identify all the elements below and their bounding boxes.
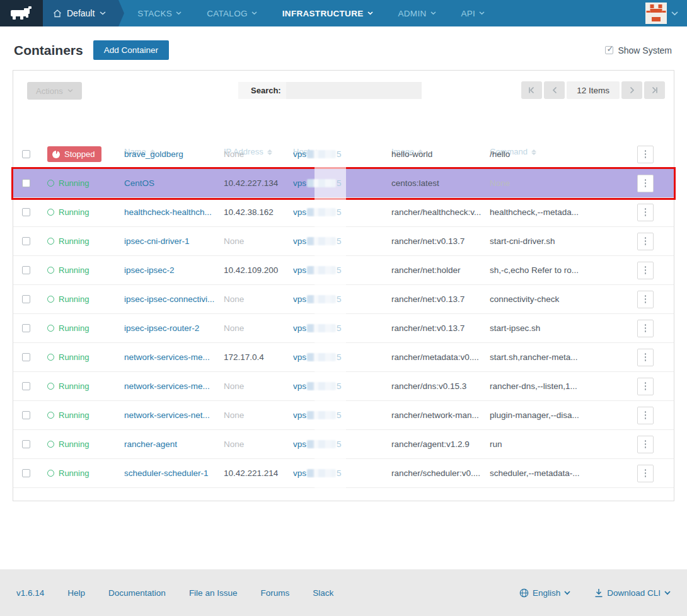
row-actions-kebab-menu[interactable]: [637, 349, 654, 366]
row-actions-kebab-menu[interactable]: [637, 436, 654, 453]
row-actions-kebab-menu[interactable]: [637, 204, 654, 221]
redacted-hostname-blur: [307, 382, 336, 390]
table-row[interactable]: Running network-services-me... None vps5…: [13, 372, 674, 401]
row-checkbox[interactable]: [22, 150, 30, 158]
container-name-link[interactable]: ipsec-ipsec-router-2: [124, 323, 199, 333]
show-system-checkbox[interactable]: [605, 46, 613, 54]
host-link[interactable]: vps5: [293, 410, 342, 420]
nav-item-admin[interactable]: ADMIN: [398, 9, 436, 18]
language-selector[interactable]: English: [519, 588, 570, 598]
container-name-link[interactable]: ipsec-ipsec-2: [124, 265, 175, 275]
row-checkbox[interactable]: [22, 411, 30, 419]
footer-link-forums[interactable]: Forums: [260, 588, 289, 598]
host-link[interactable]: vps5: [293, 294, 342, 304]
container-name-link[interactable]: network-services-me...: [124, 352, 210, 362]
redacted-hostname-blur: [307, 411, 336, 419]
nav-item-stacks[interactable]: STACKS: [137, 9, 182, 18]
image-name: rancher/healthcheck:v...: [391, 207, 481, 217]
user-menu[interactable]: [645, 0, 687, 26]
row-actions-kebab-menu[interactable]: [637, 262, 654, 279]
rancher-logo[interactable]: [0, 0, 43, 26]
host-name-prefix: vps: [293, 381, 306, 391]
nav-item-catalog[interactable]: CATALOG: [207, 9, 257, 18]
row-checkbox[interactable]: [22, 295, 30, 303]
next-page-button[interactable]: [621, 81, 642, 99]
container-name-link[interactable]: network-services-net...: [124, 410, 210, 420]
row-actions-kebab-menu[interactable]: [637, 465, 654, 482]
nav-item-infrastructure[interactable]: INFRASTRUCTURE: [282, 9, 373, 18]
container-name-link[interactable]: healthcheck-healthch...: [124, 207, 212, 217]
redacted-hostname-blur: [307, 266, 336, 274]
host-link[interactable]: vps5: [293, 468, 342, 478]
container-name-link[interactable]: rancher-agent: [124, 439, 177, 449]
host-link[interactable]: vps5: [293, 149, 342, 159]
host-link[interactable]: vps5: [293, 323, 342, 333]
environment-selector[interactable]: Default: [43, 0, 118, 26]
row-checkbox[interactable]: [22, 179, 30, 187]
container-name-link[interactable]: ipsec-ipsec-connectivi...: [124, 294, 214, 304]
row-checkbox[interactable]: [22, 237, 30, 245]
row-checkbox[interactable]: [22, 266, 30, 274]
nav-item-api[interactable]: API: [461, 9, 485, 18]
row-actions-kebab-menu[interactable]: [637, 378, 654, 395]
first-page-button[interactable]: [521, 81, 542, 99]
user-avatar-identicon: [645, 3, 667, 24]
ip-address: 10.42.38.162: [224, 207, 274, 217]
last-page-button[interactable]: [644, 81, 665, 99]
host-name-suffix: 5: [337, 265, 342, 275]
row-checkbox[interactable]: [22, 208, 30, 216]
host-link[interactable]: vps5: [293, 178, 342, 188]
host-link[interactable]: vps5: [293, 265, 342, 275]
row-actions-kebab-menu[interactable]: [637, 175, 654, 192]
footer-link-slack[interactable]: Slack: [313, 588, 333, 598]
host-link[interactable]: vps5: [293, 352, 342, 362]
row-actions-kebab-menu[interactable]: [637, 146, 654, 163]
table-row[interactable]: Running ipsec-cni-driver-1 None vps5 ran…: [13, 227, 674, 256]
row-actions-kebab-menu[interactable]: [637, 291, 654, 308]
container-name-link[interactable]: network-services-me...: [124, 381, 210, 391]
table-row[interactable]: Running ipsec-ipsec-connectivi... None v…: [13, 285, 674, 314]
footer-link-help[interactable]: Help: [67, 588, 85, 598]
host-name-suffix: 5: [337, 294, 342, 304]
host-name-prefix: vps: [293, 236, 306, 246]
status-circle-icon: [47, 325, 54, 332]
table-row[interactable]: Running network-services-net... None vps…: [13, 401, 674, 430]
show-system-toggle[interactable]: Show System: [605, 45, 672, 55]
download-cli-menu[interactable]: Download CLI: [594, 588, 671, 598]
host-link[interactable]: vps5: [293, 381, 342, 391]
row-actions-kebab-menu[interactable]: [637, 320, 654, 337]
row-checkbox[interactable]: [22, 469, 30, 477]
main-menu: STACKS CATALOG INFRASTRUCTURE ADMIN API: [137, 0, 485, 26]
host-link[interactable]: vps5: [293, 207, 342, 217]
footer-link-documentation[interactable]: Documentation: [108, 588, 166, 598]
table-row[interactable]: Running rancher-agent None vps5 rancher/…: [13, 430, 674, 459]
row-checkbox[interactable]: [22, 353, 30, 361]
row-checkbox[interactable]: [22, 440, 30, 448]
actions-dropdown[interactable]: Actions: [27, 82, 82, 100]
prev-page-button[interactable]: [544, 81, 565, 99]
host-link[interactable]: vps5: [293, 236, 342, 246]
container-name-link[interactable]: brave_goldberg: [124, 149, 183, 159]
host-link[interactable]: vps5: [293, 439, 342, 449]
add-container-button[interactable]: Add Container: [93, 40, 169, 60]
row-checkbox[interactable]: [22, 324, 30, 332]
container-name-link[interactable]: ipsec-cni-driver-1: [124, 236, 190, 246]
actions-label: Actions: [36, 86, 63, 96]
table-row[interactable]: Stopped brave_goldberg None vps5 hello-w…: [13, 140, 674, 169]
footer-link-file-an-issue[interactable]: File an Issue: [189, 588, 238, 598]
search-input[interactable]: [286, 82, 422, 99]
table-row[interactable]: Running healthcheck-healthch... 10.42.38…: [13, 198, 674, 227]
table-row[interactable]: Running ipsec-ipsec-2 10.42.109.200 vps5…: [13, 256, 674, 285]
container-name-link[interactable]: CentOS: [124, 178, 154, 188]
row-actions-kebab-menu[interactable]: [637, 233, 654, 250]
table-row[interactable]: Running ipsec-ipsec-router-2 None vps5 r…: [13, 314, 674, 343]
table-row[interactable]: Running network-services-me... 172.17.0.…: [13, 343, 674, 372]
table-row[interactable]: Running scheduler-scheduler-1 10.42.221.…: [13, 459, 674, 488]
table-row[interactable]: Running CentOS 10.42.227.134 vps5 centos…: [13, 169, 674, 198]
row-actions-kebab-menu[interactable]: [637, 407, 654, 424]
redacted-hostname-blur: [307, 469, 336, 477]
row-checkbox[interactable]: [22, 382, 30, 390]
container-name-link[interactable]: scheduler-scheduler-1: [124, 468, 209, 478]
host-name-suffix: 5: [337, 207, 342, 217]
status-badge: Running: [47, 439, 89, 449]
